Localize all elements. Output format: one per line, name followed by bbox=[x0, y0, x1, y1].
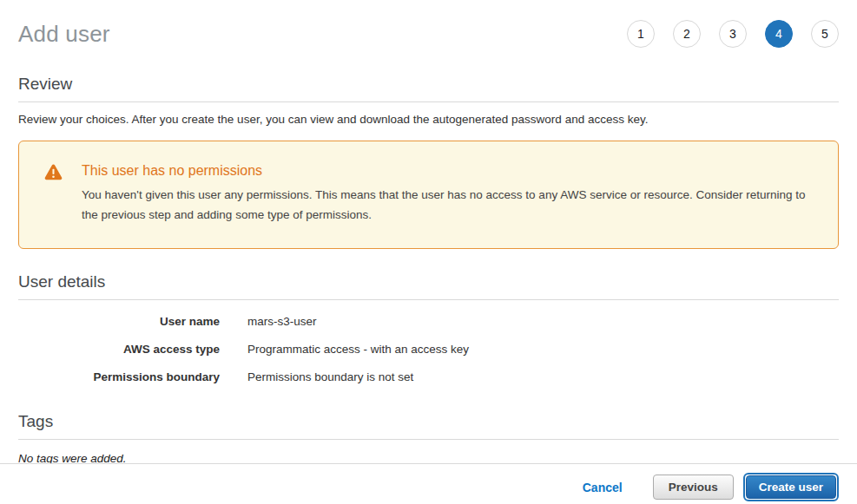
user-details-heading: User details bbox=[18, 272, 839, 300]
step-circle-3: 3 bbox=[719, 20, 747, 48]
wizard-step-indicator: 1 2 3 4 5 bbox=[627, 20, 839, 48]
warning-title: This user has no permissions bbox=[82, 163, 812, 179]
main-content: Review Review your choices. After you cr… bbox=[0, 75, 857, 465]
warning-body: You haven't given this user any permissi… bbox=[82, 185, 812, 225]
table-row: Permissions boundary Permissions boundar… bbox=[18, 370, 839, 383]
footer-actions: Cancel Previous Create user bbox=[0, 464, 857, 501]
warning-content: This user has no permissions You haven't… bbox=[82, 163, 812, 225]
no-permissions-warning-box: This user has no permissions You haven't… bbox=[18, 141, 839, 249]
tags-heading: Tags bbox=[18, 412, 839, 440]
create-user-button-focus-ring: Create user bbox=[743, 473, 839, 501]
review-heading: Review bbox=[18, 75, 839, 102]
aws-access-type-label: AWS access type bbox=[18, 343, 220, 356]
user-details-rows: User name mars-s3-user AWS access type P… bbox=[18, 315, 839, 383]
previous-button[interactable]: Previous bbox=[653, 475, 734, 500]
step-circle-2: 2 bbox=[673, 20, 701, 48]
step-circle-5: 5 bbox=[811, 20, 839, 48]
warning-triangle-icon bbox=[44, 164, 63, 184]
permissions-boundary-value: Permissions boundary is not set bbox=[247, 370, 413, 383]
user-name-value: mars-s3-user bbox=[247, 315, 317, 328]
tags-section: Tags No tags were added. bbox=[18, 412, 839, 465]
wizard-footer: Cancel Previous Create user bbox=[0, 463, 857, 501]
table-row: AWS access type Programmatic access - wi… bbox=[18, 343, 839, 356]
page-title: Add user bbox=[18, 21, 110, 48]
aws-access-type-value: Programmatic access - with an access key bbox=[247, 343, 469, 356]
step-circle-1: 1 bbox=[627, 20, 655, 48]
add-user-page: Add user 1 2 3 4 5 Review Review your ch… bbox=[0, 0, 857, 504]
step-circle-4: 4 bbox=[765, 20, 793, 48]
user-details-section: User details User name mars-s3-user AWS … bbox=[18, 272, 839, 383]
create-user-button[interactable]: Create user bbox=[746, 475, 836, 499]
review-section: Review Review your choices. After you cr… bbox=[18, 75, 839, 126]
permissions-boundary-label: Permissions boundary bbox=[18, 370, 220, 383]
table-row: User name mars-s3-user bbox=[18, 315, 839, 328]
wizard-header: Add user 1 2 3 4 5 bbox=[0, 0, 857, 54]
review-description: Review your choices. After you create th… bbox=[18, 113, 839, 126]
user-name-label: User name bbox=[18, 315, 220, 328]
cancel-link[interactable]: Cancel bbox=[583, 481, 623, 494]
